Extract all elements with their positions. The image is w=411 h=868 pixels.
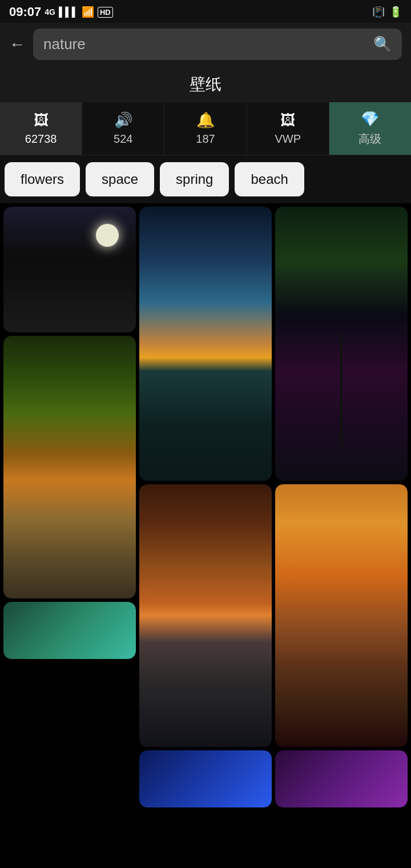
category-tabs: 🖼 62738 🔊 524 🔔 187 🖼 VWP 💎 高级 xyxy=(0,102,411,155)
grid-item-moon[interactable] xyxy=(3,207,136,332)
sounds-icon: 🔊 xyxy=(114,111,132,129)
status-bar: 09:07 4G ▌▌▌ 📶 HD 📳 🔋 xyxy=(0,0,411,23)
tab-vwp-label: VWP xyxy=(275,132,301,146)
grid-col-1 xyxy=(3,207,136,807)
battery-icon: 🔋 xyxy=(389,6,402,18)
search-icon: 🔍 xyxy=(373,35,392,53)
back-button[interactable]: ← xyxy=(9,35,25,54)
wallpapers-icon: 🖼 xyxy=(34,111,49,129)
time-display: 09:07 xyxy=(9,5,41,19)
signal-4g-icon: 4G xyxy=(45,7,55,17)
vibrate-icon: 📳 xyxy=(372,6,385,18)
filter-beach[interactable]: beach xyxy=(235,162,304,196)
grid-item-lighthouse[interactable] xyxy=(139,484,272,747)
notifications-icon: 🔔 xyxy=(196,111,215,129)
grid-item-sunset-ocean[interactable] xyxy=(139,207,272,481)
tab-notifications[interactable]: 🔔 187 xyxy=(164,102,247,155)
advanced-icon: 💎 xyxy=(361,110,379,128)
grid-item-autumn[interactable] xyxy=(3,336,136,598)
grid-col-2 xyxy=(139,207,272,807)
grid-item-blue[interactable] xyxy=(139,750,272,807)
vwp-icon: 🖼 xyxy=(280,111,295,129)
filter-spring[interactable]: spring xyxy=(160,162,229,196)
grid-col-3 xyxy=(275,207,408,807)
tab-sounds-label: 524 xyxy=(114,132,132,146)
grid-item-teal[interactable] xyxy=(3,602,136,659)
hd-icon: HD xyxy=(98,7,113,18)
page-title: 壁纸 xyxy=(0,68,411,102)
wifi-icon: 📶 xyxy=(82,6,94,18)
search-input[interactable]: nature xyxy=(43,35,368,53)
search-bar-container: ← nature 🔍 xyxy=(0,23,411,68)
tab-advanced[interactable]: 💎 高级 xyxy=(329,102,411,155)
grid-item-purple[interactable] xyxy=(275,750,408,807)
search-input-wrapper[interactable]: nature 🔍 xyxy=(33,29,402,60)
image-grid xyxy=(0,203,411,811)
tab-wallpapers-label: 62738 xyxy=(25,132,57,146)
signal-bars-icon: ▌▌▌ xyxy=(59,7,78,17)
grid-item-palm[interactable] xyxy=(275,207,408,481)
filter-tags: flowers space spring beach xyxy=(0,155,411,203)
tab-vwp[interactable]: 🖼 VWP xyxy=(247,102,329,155)
tab-wallpapers[interactable]: 🖼 62738 xyxy=(0,102,82,155)
tab-advanced-label: 高级 xyxy=(358,131,381,147)
filter-flowers[interactable]: flowers xyxy=(5,162,80,196)
tab-notifications-label: 187 xyxy=(196,132,215,146)
grid-item-village[interactable] xyxy=(275,484,408,747)
filter-space[interactable]: space xyxy=(86,162,154,196)
tab-sounds[interactable]: 🔊 524 xyxy=(82,102,164,155)
